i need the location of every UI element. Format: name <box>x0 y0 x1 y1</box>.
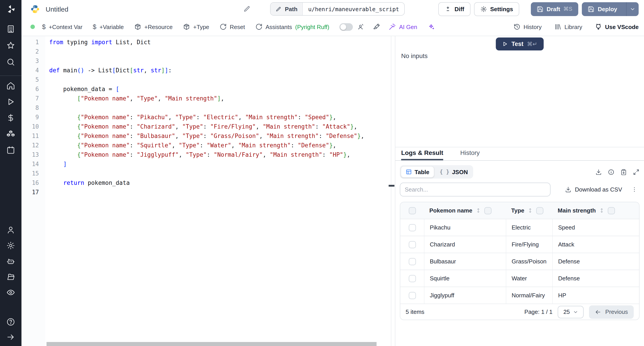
maximize-icon[interactable] <box>633 169 640 175</box>
code-line[interactable] <box>49 75 395 84</box>
deploy-button[interactable]: Deploy <box>582 2 639 16</box>
page-size-select[interactable]: 25 <box>558 306 584 318</box>
download-result-icon[interactable] <box>595 169 602 175</box>
clipboard-copy-icon[interactable] <box>620 169 627 175</box>
windmill-logo-icon[interactable] <box>5 4 16 15</box>
audit-eye-icon[interactable] <box>6 288 15 297</box>
column-header-main-strength[interactable]: Main strength <box>552 202 639 219</box>
dollar-icon: $ <box>93 23 96 30</box>
code-line[interactable] <box>49 187 395 197</box>
user-icon[interactable] <box>6 225 15 234</box>
variables-dollar-icon[interactable] <box>6 113 15 122</box>
multiplayer-toggle[interactable] <box>340 23 353 31</box>
script-title[interactable]: Untitled <box>46 5 68 13</box>
deploy-dropdown-caret[interactable] <box>626 2 639 16</box>
horizontal-scrollbar[interactable] <box>46 342 376 346</box>
draft-button[interactable]: Draft ⌘S <box>531 2 578 16</box>
code-line[interactable]: ] <box>49 159 395 169</box>
path-field[interactable]: Path u/henri/maneuverable_script <box>270 2 405 16</box>
line-number: 7 <box>22 94 39 103</box>
code-line[interactable]: {"Pokemon name": "Jigglypuff", "Type": "… <box>49 150 395 159</box>
column-filter-box[interactable] <box>484 207 492 214</box>
code-line[interactable]: {"Pokemon name": "Squirtle", "Type": "Wa… <box>49 141 395 150</box>
ai-sparkles-button[interactable] <box>428 23 435 30</box>
settings-gear-icon[interactable] <box>6 241 15 250</box>
code-line[interactable]: pokemon_data = [ <box>49 84 395 94</box>
path-value[interactable]: u/henri/maneuverable_script <box>303 3 404 15</box>
table-search-input[interactable] <box>400 182 550 196</box>
code-editor[interactable]: 1234567891011121314151617 from typing im… <box>22 36 395 346</box>
history-button[interactable]: History <box>513 23 542 30</box>
code-line[interactable]: {"Pokemon name": "Bulbasaur", "Type": "G… <box>49 131 395 141</box>
help-icon[interactable] <box>6 318 15 326</box>
column-filter-box[interactable] <box>536 207 544 214</box>
schedules-calendar-icon[interactable] <box>6 146 15 155</box>
building-icon[interactable] <box>6 24 15 33</box>
row-checkbox[interactable] <box>408 275 416 282</box>
diff-button[interactable]: Diff <box>438 2 470 16</box>
column-filter-box[interactable] <box>608 207 615 214</box>
line-number: 14 <box>22 159 39 169</box>
workers-bot-icon[interactable] <box>6 257 15 266</box>
row-checkbox[interactable] <box>408 292 416 299</box>
star-icon[interactable] <box>6 41 15 50</box>
library-button[interactable]: Library <box>554 23 582 30</box>
multiplayer-users-button[interactable] <box>358 23 365 30</box>
row-checkbox[interactable] <box>408 258 416 265</box>
settings-button[interactable]: Settings <box>474 2 520 16</box>
add-resource-button[interactable]: +Resource <box>134 23 173 30</box>
code-line[interactable]: def main() -> List[Dict[str, str]]: <box>49 66 395 75</box>
info-icon[interactable] <box>608 169 614 175</box>
sort-icon[interactable] <box>599 207 605 214</box>
code-line[interactable]: ["Pokemon name", "Type", "Main strength"… <box>49 94 395 103</box>
ai-gen-button[interactable]: AI Gen <box>389 23 417 30</box>
more-options-kebab-icon[interactable] <box>631 186 638 193</box>
line-number: 6 <box>22 84 39 94</box>
items-count: 5 items <box>406 309 424 315</box>
sort-icon[interactable] <box>476 207 481 214</box>
code-line[interactable]: {"Pokemon name": "Charizard", "Type": "F… <box>49 122 395 131</box>
use-vscode-button[interactable]: Use VScode <box>595 23 639 30</box>
column-header-pokemon-name[interactable]: Pokemon name <box>424 202 506 219</box>
code-line[interactable] <box>49 103 395 113</box>
home-icon[interactable] <box>6 81 15 90</box>
table-cell: Normal/Fairy <box>506 287 552 304</box>
column-header-type[interactable]: Type <box>506 202 552 219</box>
code-line[interactable] <box>49 47 395 56</box>
view-toggle-json[interactable]: { } JSON <box>435 166 472 178</box>
reset-button[interactable]: Reset <box>220 23 245 30</box>
code-line[interactable] <box>49 169 395 178</box>
result-body: Table { } JSON <box>395 161 644 346</box>
edit-summary-pencil-icon[interactable] <box>243 5 250 12</box>
deploy-save-icon <box>588 5 594 12</box>
collapse-arrow-right-icon[interactable] <box>6 333 15 342</box>
tab-history[interactable]: History <box>460 147 480 160</box>
add-context-var-button[interactable]: $+Context Var <box>42 23 82 30</box>
format-brush-button[interactable] <box>373 23 380 30</box>
run-result-panel: Test ⌘↵ No inputs Logs & Result History <box>395 36 644 346</box>
runs-play-icon[interactable] <box>6 97 15 106</box>
folders-icon[interactable] <box>6 272 15 281</box>
test-button[interactable]: Test ⌘↵ <box>496 37 544 50</box>
code-line[interactable]: {"Pokemon name": "Pikachu", "Type": "Ele… <box>49 113 395 122</box>
row-checkbox[interactable] <box>408 241 416 248</box>
table-row: BulbasaurGrass/PoisonDefense <box>400 253 639 270</box>
add-type-button[interactable]: +Type <box>183 23 209 30</box>
save-icon <box>537 5 544 12</box>
previous-page-button[interactable]: Previous <box>589 305 634 319</box>
search-icon[interactable] <box>6 58 15 66</box>
row-checkbox[interactable] <box>408 224 416 231</box>
select-all-checkbox[interactable] <box>408 207 416 214</box>
resources-boxes-icon[interactable] <box>6 130 15 138</box>
line-number: 2 <box>22 47 39 56</box>
sort-icon[interactable] <box>528 207 533 214</box>
tab-logs-result[interactable]: Logs & Result <box>401 147 443 160</box>
editor-code[interactable]: from typing import List, Dictdef main() … <box>45 36 395 346</box>
code-line[interactable]: return pokemon_data <box>49 178 395 187</box>
code-line[interactable] <box>49 56 395 66</box>
assistants-button[interactable]: Assistants (Pyright Ruff) <box>255 23 330 30</box>
download-csv-button[interactable]: Download as CSV <box>564 186 622 193</box>
add-variable-button[interactable]: $+Variable <box>93 23 124 30</box>
view-toggle-table[interactable]: Table <box>401 166 434 178</box>
code-line[interactable]: from typing import List, Dict <box>49 37 395 47</box>
